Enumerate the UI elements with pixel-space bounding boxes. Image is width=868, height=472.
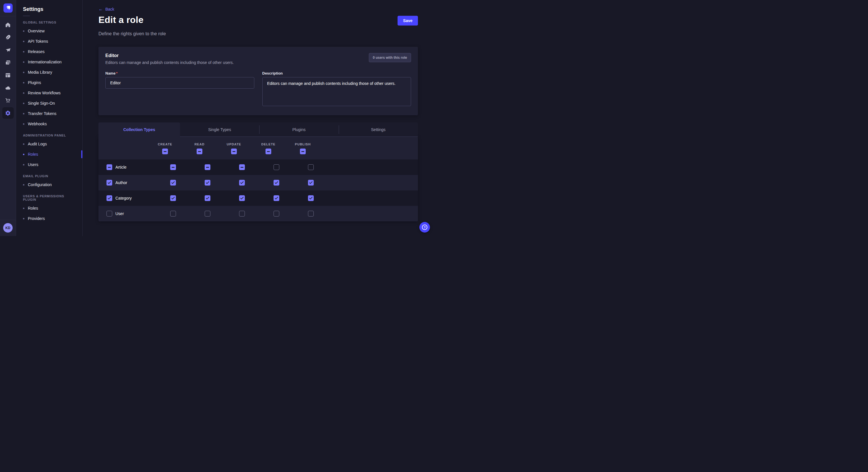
- permission-row-user: User: [98, 206, 418, 222]
- checkbox-author-create[interactable]: [170, 180, 176, 186]
- bullet-icon: [23, 61, 24, 63]
- subnav-item-webhooks[interactable]: Webhooks: [16, 119, 82, 129]
- row-label-cell: Category: [106, 195, 156, 201]
- users-with-role-button[interactable]: 0 users with this role: [369, 53, 411, 62]
- main-nav: KD: [0, 0, 16, 236]
- tab-plugins[interactable]: Plugins: [259, 123, 338, 137]
- bullet-icon: [23, 113, 24, 114]
- checkbox-user-create[interactable]: [170, 211, 176, 216]
- nav-settings[interactable]: [2, 107, 14, 119]
- checkbox-author-read[interactable]: [205, 180, 210, 186]
- bullet-icon: [23, 184, 24, 186]
- column-checkbox-create[interactable]: [162, 148, 168, 154]
- arrow-left-icon: ←: [98, 7, 103, 11]
- nav-cloud[interactable]: [2, 82, 14, 94]
- subnav-item-label: Releases: [28, 49, 44, 54]
- checkbox-author-delete[interactable]: [274, 180, 279, 186]
- subnav-title: Settings: [16, 0, 82, 12]
- nav-marketplace[interactable]: [2, 95, 14, 106]
- save-button[interactable]: Save: [398, 16, 418, 26]
- nav-home[interactable]: [2, 19, 14, 30]
- subnav-item-audit-logs[interactable]: Audit Logs: [16, 139, 82, 149]
- subnav-item-releases[interactable]: Releases: [16, 46, 82, 57]
- page-title: Edit a role: [98, 14, 418, 25]
- rail-bottom: KD: [0, 220, 16, 236]
- nav-content-type-builder[interactable]: [2, 32, 14, 43]
- subnav-item-label: Webhooks: [28, 122, 47, 126]
- bullet-icon: [23, 41, 24, 42]
- nav-content-manager[interactable]: [2, 69, 14, 81]
- checkbox-category-create[interactable]: [170, 195, 176, 201]
- checkbox-author-publish[interactable]: [308, 180, 314, 186]
- checkbox-category-delete[interactable]: [274, 195, 279, 201]
- column-checkbox-read[interactable]: [197, 148, 203, 154]
- subnav-item-media-library[interactable]: Media Library: [16, 67, 82, 77]
- subnav-item-roles[interactable]: Roles: [16, 203, 82, 213]
- subnav-item-label: Media Library: [28, 70, 52, 74]
- checkbox-article-read[interactable]: [205, 164, 210, 170]
- content-type-name: Article: [115, 165, 127, 169]
- checkbox-category-publish[interactable]: [308, 195, 314, 201]
- strapi-logo[interactable]: [3, 3, 12, 12]
- row-checkbox-user[interactable]: [106, 211, 112, 216]
- checkbox-article-update[interactable]: [239, 164, 245, 170]
- permission-cell: [259, 164, 293, 170]
- subnav-item-providers[interactable]: Providers: [16, 213, 82, 224]
- description-field-group: Description Editors can manage and publi…: [262, 71, 411, 107]
- rail-bottom-divider: [0, 220, 16, 220]
- subnav-section-administration-panel: ADMINISTRATION PANEL: [23, 134, 75, 137]
- subnav-item-transfer-tokens[interactable]: Transfer Tokens: [16, 108, 82, 119]
- checkbox-article-publish[interactable]: [308, 164, 314, 170]
- nav-deploy[interactable]: [2, 44, 14, 56]
- column-checkbox-publish[interactable]: [300, 148, 306, 154]
- role-card-titles: Editor Editors can manage and publish co…: [105, 53, 234, 65]
- subnav-section-global-settings: GLOBAL SETTINGS: [23, 21, 75, 24]
- content-type-name: User: [115, 211, 124, 216]
- subnav-item-overview[interactable]: Overview: [16, 26, 82, 36]
- checkbox-category-read[interactable]: [205, 195, 210, 201]
- gear-icon: [5, 110, 11, 116]
- back-link[interactable]: ← Back: [98, 7, 114, 11]
- home-icon: [5, 22, 11, 28]
- bullet-icon: [23, 208, 24, 209]
- checkbox-user-publish[interactable]: [308, 211, 314, 216]
- subnav-item-review-workflows[interactable]: Review Workflows: [16, 88, 82, 98]
- checkbox-article-delete[interactable]: [274, 164, 279, 170]
- checkbox-user-update[interactable]: [239, 211, 245, 216]
- column-checkbox-update[interactable]: [231, 148, 237, 154]
- role-card-subtitle: Editors can manage and publish contents …: [105, 60, 234, 65]
- bullet-icon: [23, 154, 24, 155]
- subnav-item-plugins[interactable]: Plugins: [16, 77, 82, 88]
- row-checkbox-category[interactable]: [106, 195, 112, 201]
- tab-label: Settings: [371, 127, 386, 132]
- avatar[interactable]: KD: [3, 223, 12, 233]
- tab-collection-types[interactable]: Collection Types: [98, 123, 180, 137]
- checkbox-category-update[interactable]: [239, 195, 245, 201]
- role-description-textarea[interactable]: Editors can manage and publish contents …: [262, 77, 411, 106]
- subnav-item-configuration[interactable]: Configuration: [16, 179, 82, 190]
- cloud-icon: [5, 85, 11, 91]
- permission-cell: [293, 195, 328, 201]
- tab-single-types[interactable]: Single Types: [180, 123, 259, 137]
- subnav-item-users[interactable]: Users: [16, 160, 82, 170]
- nav-media-library[interactable]: [2, 57, 14, 68]
- checkbox-article-create[interactable]: [170, 164, 176, 170]
- subnav-item-api-tokens[interactable]: API Tokens: [16, 36, 82, 46]
- tab-settings[interactable]: Settings: [339, 123, 418, 137]
- row-checkbox-article[interactable]: [106, 164, 112, 170]
- checkbox-user-read[interactable]: [205, 211, 210, 216]
- row-checkbox-author[interactable]: [106, 180, 112, 186]
- help-button[interactable]: ?: [420, 222, 430, 233]
- column-checkbox-delete[interactable]: [266, 148, 271, 154]
- app-root: KD Settings GLOBAL SETTINGSOverviewAPI T…: [0, 0, 434, 236]
- column-create: CREATE: [148, 142, 182, 154]
- name-label: Name*: [105, 71, 254, 75]
- subnav-item-internationalization[interactable]: Internationalization: [16, 57, 82, 67]
- checkbox-author-update[interactable]: [239, 180, 245, 186]
- role-card-head: Editor Editors can manage and publish co…: [105, 53, 411, 65]
- subnav-item-single-sign-on[interactable]: Single Sign-On: [16, 98, 82, 108]
- role-name-input[interactable]: [105, 77, 254, 89]
- subnav-item-label: Plugins: [28, 80, 41, 85]
- checkbox-user-delete[interactable]: [274, 211, 279, 216]
- subnav-item-roles[interactable]: Roles: [16, 149, 82, 160]
